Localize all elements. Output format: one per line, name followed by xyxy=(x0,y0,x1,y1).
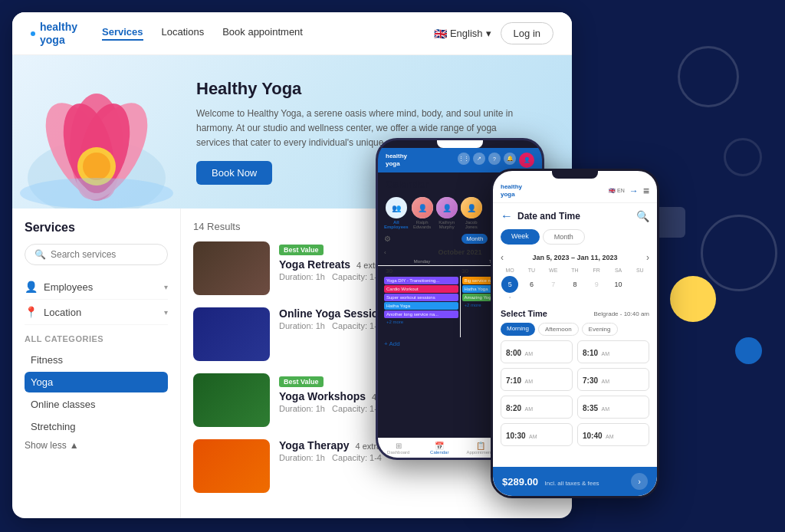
jacob-name: JacobJones xyxy=(461,220,482,229)
menu-icon[interactable]: ≡ xyxy=(643,185,649,197)
timezone-label: Belgrade - 10:40 am xyxy=(594,310,650,317)
employee-jacob[interactable]: 👤 JacobJones xyxy=(461,197,482,229)
nav-right: 🇬🇧 English ▾ Log in xyxy=(434,22,553,44)
event-another[interactable]: Another long service na... xyxy=(384,310,458,318)
footer-action-button[interactable]: › xyxy=(631,473,648,490)
day-11-number[interactable] xyxy=(632,276,649,293)
ralph-name: RalphEdwards xyxy=(412,220,433,229)
day-6-number[interactable]: 6 xyxy=(523,276,540,293)
time-slot-820[interactable]: 8:20 AM xyxy=(501,396,573,419)
back-arrow-icon[interactable]: ← xyxy=(501,209,513,223)
time-slot-835[interactable]: 8:35 AM xyxy=(577,396,649,419)
calendar-title: Calendar xyxy=(386,179,429,190)
select-time-label: Select Time xyxy=(501,309,547,318)
time-slot-1040[interactable]: 10:40 AM xyxy=(577,423,649,446)
category-online-classes[interactable]: Online classes xyxy=(25,394,168,415)
evening-tab[interactable]: Evening xyxy=(582,323,618,336)
time-slot-730[interactable]: 7:30 AM xyxy=(577,368,649,391)
days-header-right: MO TU WE TH FR SA SU xyxy=(493,266,657,274)
search-input[interactable] xyxy=(51,249,158,260)
employee-kathryn[interactable]: 👤 KathrynMurphy xyxy=(436,197,458,229)
price-footer: $289.00 Incl. all taxes & fees › xyxy=(493,467,657,496)
user-avatar: 👤 xyxy=(519,153,534,168)
nav-book-appointment[interactable]: Book appointment xyxy=(222,26,303,41)
time-row-3: 8:20 AM 8:35 AM xyxy=(501,396,649,419)
day-9-number[interactable]: 9 xyxy=(588,276,605,293)
employee-ralph[interactable]: 👤 RalphEdwards xyxy=(412,197,433,229)
day-7[interactable]: 7 xyxy=(543,276,564,300)
deco-blue-circle xyxy=(735,337,762,364)
day-7-number[interactable]: 7 xyxy=(545,276,562,293)
language-selector[interactable]: 🇬🇧 English ▾ xyxy=(434,28,491,40)
day-6[interactable]: 6 xyxy=(521,276,542,300)
event-more-monday[interactable]: +2 more xyxy=(384,319,458,325)
event-yoga-diy[interactable]: Yoga DIY - Transitioning... xyxy=(384,277,458,284)
show-less-button[interactable]: Show less ▲ xyxy=(25,440,168,451)
event-hatha[interactable]: Hatha Yoga xyxy=(384,302,458,310)
day-header-fr: FR xyxy=(586,268,607,273)
chevron-up-icon: ▲ xyxy=(70,440,79,451)
time-slot-1030[interactable]: 10:30 AM xyxy=(501,423,573,446)
time-810-value: 8:10 xyxy=(583,349,598,357)
day-9[interactable]: 9 xyxy=(586,276,607,300)
select-time-header: Select Time Belgrade - 10:40 am xyxy=(493,304,657,320)
morning-tab[interactable]: Morning xyxy=(501,323,535,336)
time-810-ampm: AM xyxy=(601,351,609,356)
employees-label: Employees xyxy=(44,281,93,293)
prev-month-arrow[interactable]: ‹ xyxy=(384,249,386,256)
next-week-arrow[interactable]: › xyxy=(646,252,649,263)
day-8[interactable]: 8 xyxy=(564,276,586,300)
day-8-number[interactable]: 8 xyxy=(567,276,583,293)
settings-icon[interactable]: ⚙ xyxy=(384,235,391,243)
nav-dashboard[interactable]: ⊞ Dashboard xyxy=(378,442,419,455)
prev-week-arrow[interactable]: ‹ xyxy=(501,252,504,263)
book-now-button[interactable]: Book Now xyxy=(196,161,272,185)
day-5[interactable]: 5 • xyxy=(499,276,521,300)
time-slot-710[interactable]: 7:10 AM xyxy=(501,368,573,391)
login-arrow-icon[interactable]: → xyxy=(629,186,639,196)
nav-locations[interactable]: Locations xyxy=(162,26,205,41)
search-box[interactable]: 🔍 xyxy=(25,244,168,265)
event-cardio[interactable]: Cardio Workout xyxy=(384,285,458,293)
time-slots-grid: 8:00 AM 8:10 AM 7:10 AM 7:30 AM 8:20 xyxy=(493,340,657,446)
time-slot-810[interactable]: 8:10 AM xyxy=(577,340,649,363)
day-header-mo: MO xyxy=(499,268,521,273)
phone-right-logo: healthyyoga xyxy=(501,183,522,198)
month-tab-right[interactable]: Month xyxy=(543,229,585,245)
day-10[interactable]: 10 xyxy=(607,276,629,300)
nav-services[interactable]: Services xyxy=(102,26,143,41)
day-5-number[interactable]: 5 xyxy=(501,276,518,293)
location-filter[interactable]: 📍 Location ▾ xyxy=(25,300,168,325)
day-5-dot: • xyxy=(499,294,521,300)
nav-links: Services Locations Book appointment xyxy=(102,26,434,41)
category-stretching[interactable]: Stretching xyxy=(25,416,168,437)
employees-icon: 👤 xyxy=(25,281,38,293)
all-employees-tab[interactable]: 👥 AllEmployees xyxy=(384,197,409,229)
date-range-nav: ‹ Jan 5, 2023 – Jan 11, 2023 › xyxy=(493,249,657,266)
back-navigation: ← Date and Time 🔍 xyxy=(493,203,657,229)
employees-filter[interactable]: 👤 Employees ▾ xyxy=(25,274,168,300)
location-chevron: ▾ xyxy=(164,308,168,317)
time-1040-ampm: AM xyxy=(606,434,614,439)
time-slot-800[interactable]: 8:00 AM xyxy=(501,340,573,363)
month-tab[interactable]: Month xyxy=(461,234,488,244)
week-tab-right[interactable]: Week xyxy=(501,229,540,245)
day-11[interactable] xyxy=(629,276,651,300)
event-super-workout[interactable]: Super workout sessions xyxy=(384,294,458,301)
login-button[interactable]: Log in xyxy=(501,22,553,44)
nav-calendar[interactable]: 📅 Calendar xyxy=(419,442,461,455)
day-header-sa: SA xyxy=(607,268,629,273)
deco-circle-3 xyxy=(701,215,777,291)
time-820-value: 8:20 xyxy=(506,404,521,412)
kathryn-avatar: 👤 xyxy=(436,197,458,218)
all-employees-label: AllEmployees xyxy=(384,220,409,229)
category-fitness[interactable]: Fitness xyxy=(25,350,168,370)
logo-text: healthy yoga xyxy=(40,21,77,47)
day-10-number[interactable]: 10 xyxy=(610,276,627,293)
category-yoga[interactable]: Yoga xyxy=(25,372,168,392)
time-710-value: 7:10 xyxy=(506,376,521,385)
search-icon-right[interactable]: 🔍 xyxy=(636,210,649,222)
afternoon-tab[interactable]: Afternoon xyxy=(538,323,579,336)
time-730-value: 7:30 xyxy=(583,376,598,385)
language-selector-right[interactable]: 🇬🇧 EN xyxy=(609,188,625,194)
